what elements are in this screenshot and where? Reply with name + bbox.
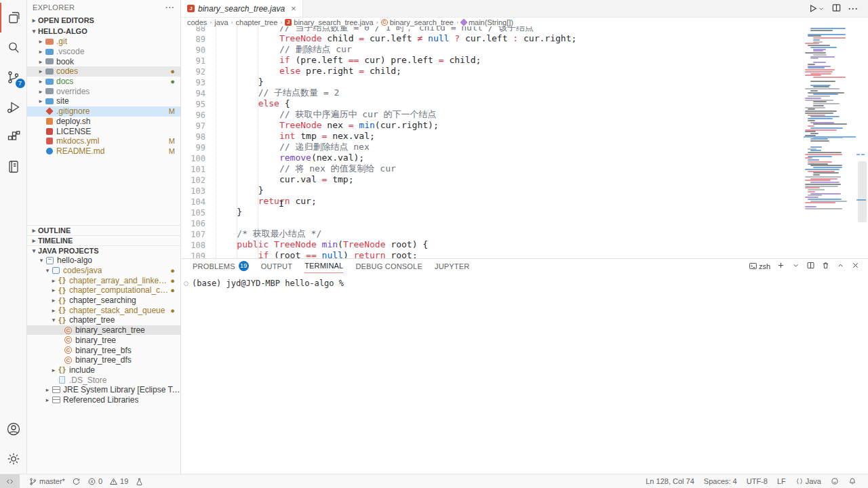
kill-terminal-button[interactable] bbox=[821, 261, 830, 271]
shell-selector[interactable]: zsh bbox=[749, 262, 770, 270]
tree-item-site[interactable]: ▸site bbox=[27, 96, 180, 106]
close-panel-button[interactable] bbox=[851, 261, 860, 271]
new-terminal-button[interactable] bbox=[776, 261, 785, 271]
remote-indicator[interactable] bbox=[0, 474, 20, 488]
breadcrumb-item-4[interactable]: Jbinary_search_tree.java bbox=[285, 18, 373, 26]
scrollbar-thumb[interactable] bbox=[858, 161, 867, 222]
open-editors-section[interactable]: ▸ OPEN EDITORS bbox=[27, 15, 180, 26]
tree-item-referenced-libraries[interactable]: ▸Referenced Libraries bbox=[27, 395, 180, 405]
tree-item-docs[interactable]: ▸docs● bbox=[27, 77, 180, 87]
chevron-right-icon[interactable]: ▸ bbox=[50, 307, 58, 314]
status-spaces-4[interactable]: Spaces: 4 bbox=[699, 477, 742, 485]
chevron-right-icon[interactable]: ▸ bbox=[50, 367, 58, 373]
status-beaker[interactable] bbox=[132, 474, 147, 488]
tree-item-binary_tree_dfs[interactable]: Cbinary_tree_dfs bbox=[27, 355, 180, 365]
panel-tab-debug-console[interactable]: DEBUG CONSOLE bbox=[355, 259, 422, 273]
tree-item-chapter_searching[interactable]: ▸{}chapter_searching bbox=[27, 296, 180, 306]
activity-item-explorer[interactable] bbox=[0, 3, 27, 33]
tree-item-chapter_tree[interactable]: ▾{}chapter_tree bbox=[27, 315, 180, 325]
timeline-section[interactable]: ▸ TIMELINE bbox=[27, 235, 180, 245]
chevron-right-icon[interactable]: ▸ bbox=[37, 88, 45, 95]
breadcrumb-item-5[interactable]: Cbinary_search_tree bbox=[381, 18, 454, 26]
breadcrumb-item-6[interactable]: main(String[]) bbox=[461, 18, 513, 26]
status-ln-128-col-74[interactable]: Ln 128, Col 74 bbox=[641, 477, 699, 485]
run-button[interactable] bbox=[808, 3, 825, 14]
breadcrumb-item-3[interactable]: chapter_tree bbox=[236, 18, 278, 26]
tree-item-chapter_stack_and_queue[interactable]: ▸{}chapter_stack_and_queue● bbox=[27, 305, 180, 315]
status-branch[interactable]: master* bbox=[25, 474, 68, 488]
activity-item-run-debug[interactable] bbox=[0, 92, 27, 122]
tree-item-hello-algo[interactable]: ▾hello-algo bbox=[27, 256, 180, 266]
tree-item-.ds_store[interactable]: .DS_Store bbox=[27, 375, 180, 385]
tree-item-mkdocs.yml[interactable]: mkdocs.ymlM bbox=[27, 136, 180, 146]
activity-item-source-control[interactable]: 7 bbox=[0, 62, 27, 92]
tree-item-.gitignore[interactable]: .gitignoreM bbox=[27, 106, 180, 117]
outline-section[interactable]: ▸ OUTLINE bbox=[27, 225, 180, 235]
tree-item-chapter_array_and_linkedlist[interactable]: ▸{}chapter_array_and_linkedlist● bbox=[27, 275, 180, 285]
activity-item-search[interactable] bbox=[0, 33, 27, 62]
chevron-down-icon[interactable]: ▾ bbox=[50, 317, 58, 323]
activity-item-extensions[interactable] bbox=[0, 122, 27, 152]
tree-item-jre-system-library--eclipse-temurin-17--17....[interactable]: ▸JRE System Library [Eclipse Temurin 17 … bbox=[27, 385, 180, 395]
tree-item-deploy.sh[interactable]: deploy.sh bbox=[27, 117, 180, 127]
more-actions-icon[interactable]: ··· bbox=[165, 3, 175, 12]
tree-item-.git[interactable]: ▸.git bbox=[27, 37, 180, 47]
maximize-panel-button[interactable] bbox=[836, 261, 845, 271]
tree-item-readme.md[interactable]: README.mdM bbox=[27, 146, 180, 157]
chevron-right-icon[interactable]: ▸ bbox=[50, 287, 58, 293]
chevron-right-icon[interactable]: ▸ bbox=[50, 297, 58, 304]
tree-item-codes[interactable]: ▸codes● bbox=[27, 66, 180, 77]
status-utf-8[interactable]: UTF-8 bbox=[742, 477, 772, 485]
activity-item-settings[interactable] bbox=[0, 444, 27, 474]
code-editor[interactable]: 88 // 当子结点数量 = 0 / 1 时， child = null / 该… bbox=[181, 26, 868, 258]
chevron-right-icon[interactable]: ▸ bbox=[37, 38, 45, 45]
tree-item-binary_tree_bfs[interactable]: Cbinary_tree_bfs bbox=[27, 345, 180, 355]
chevron-down-icon[interactable]: ▾ bbox=[43, 267, 52, 274]
status-warning[interactable]: 19 bbox=[106, 474, 132, 488]
chevron-right-icon[interactable]: ▸ bbox=[37, 98, 45, 104]
activity-item-account[interactable] bbox=[0, 414, 27, 444]
status-feedback-icon[interactable] bbox=[826, 477, 844, 485]
status-bell-icon[interactable] bbox=[844, 477, 861, 485]
minimap[interactable] bbox=[804, 26, 856, 258]
overview-ruler[interactable] bbox=[856, 26, 868, 258]
breadcrumb-item-1[interactable]: codes bbox=[187, 18, 207, 26]
tree-item-book[interactable]: ▸book bbox=[27, 56, 180, 66]
chevron-right-icon[interactable]: ▸ bbox=[37, 78, 45, 85]
chevron-down-icon[interactable]: ▾ bbox=[37, 257, 45, 264]
chevron-right-icon[interactable]: ▸ bbox=[43, 386, 52, 393]
activity-item-notebook[interactable] bbox=[0, 152, 27, 182]
tree-item-include[interactable]: ▸{}include bbox=[27, 365, 180, 375]
chevron-right-icon[interactable]: ▸ bbox=[37, 58, 45, 65]
status-java[interactable]: Java bbox=[791, 477, 826, 485]
chevron-right-icon[interactable]: ▸ bbox=[37, 68, 45, 75]
tree-item-.vscode[interactable]: ▸.vscode bbox=[27, 47, 180, 57]
chevron-right-icon[interactable]: ▸ bbox=[37, 48, 45, 55]
status-error[interactable]: 0 bbox=[84, 474, 106, 488]
more-actions-icon[interactable]: ··· bbox=[848, 4, 859, 14]
tree-item-chapter_computational_complexity[interactable]: ▸{}chapter_computational_complexity● bbox=[27, 285, 180, 296]
terminal[interactable]: (base) jyd@JYD-MBP hello-algo % bbox=[181, 273, 868, 474]
terminal-profile-dropdown[interactable] bbox=[791, 261, 800, 271]
status-sync[interactable] bbox=[68, 474, 84, 488]
panel-tab-jupyter[interactable]: JUPYTER bbox=[435, 259, 470, 273]
tree-item-license[interactable]: LICENSE bbox=[27, 126, 180, 136]
panel-tab-problems[interactable]: PROBLEMS19 bbox=[193, 259, 249, 273]
tree-item-codes-java[interactable]: ▾codes/java● bbox=[27, 266, 180, 276]
chevron-right-icon[interactable]: ▸ bbox=[43, 396, 52, 403]
project-root-section[interactable]: ▾ HELLO-ALGO bbox=[27, 26, 180, 37]
close-icon[interactable]: × bbox=[291, 3, 296, 14]
panel-tab-output[interactable]: OUTPUT bbox=[261, 259, 292, 273]
command-decoration-icon[interactable] bbox=[184, 281, 189, 286]
split-terminal-button[interactable] bbox=[806, 261, 815, 271]
tab-binary-search-tree[interactable]: J binary_search_tree.java × bbox=[181, 0, 303, 17]
java-projects-section[interactable]: ▾ JAVA PROJECTS bbox=[27, 245, 180, 256]
tree-item-binary_tree[interactable]: Cbinary_tree bbox=[27, 335, 180, 345]
split-editor-button[interactable] bbox=[831, 3, 842, 15]
status-lf[interactable]: LF bbox=[772, 477, 791, 485]
panel-tab-terminal[interactable]: TERMINAL bbox=[304, 259, 343, 273]
tree-item-overrides[interactable]: ▸overrides bbox=[27, 86, 180, 96]
tree-item-binary_search_tree[interactable]: Cbinary_search_tree bbox=[27, 325, 180, 336]
breadcrumb-item-2[interactable]: java bbox=[214, 18, 228, 26]
chevron-right-icon[interactable]: ▸ bbox=[50, 277, 58, 284]
